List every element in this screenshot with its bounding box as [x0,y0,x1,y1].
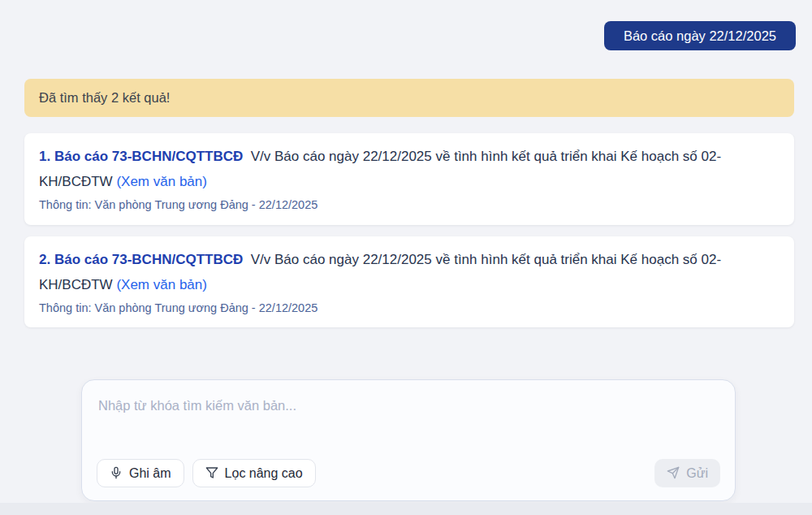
composer-left-actions: Ghi âm Lọc nâng cao [97,459,316,487]
result-meta: Thông tin: Văn phòng Trung ương Đảng - 2… [39,300,780,318]
result-title: 1. Báo cáo 73-BCHN/CQTTBCĐ [39,149,243,164]
result-meta: Thông tin: Văn phòng Trung ương Đảng - 2… [39,197,780,214]
report-date-button[interactable]: Báo cáo ngày 22/12/2025 [604,21,796,50]
results-list: 1. Báo cáo 73-BCHN/CQTTBCĐ V/v Báo cáo n… [24,133,794,327]
result-card: 2. Báo cáo 73-BCHN/CQTTBCĐ V/v Báo cáo n… [24,236,794,328]
result-text: 2. Báo cáo 73-BCHN/CQTTBCĐ V/v Báo cáo n… [39,248,780,298]
footer-strip [0,503,812,515]
view-document-link[interactable]: (Xem văn bản) [116,277,207,292]
advanced-filter-button[interactable]: Lọc nâng cao [192,459,316,487]
record-button-label: Ghi âm [129,465,171,481]
filter-icon [205,466,218,479]
search-composer: Ghi âm Lọc nâng cao Gửi [81,379,736,501]
filter-button-label: Lọc nâng cao [225,465,303,481]
view-document-link[interactable]: (Xem văn bản) [116,174,207,189]
send-icon [667,466,680,479]
alert-message: Đã tìm thấy 2 kết quả! [39,90,170,105]
send-button-label: Gửi [686,465,708,481]
send-button[interactable]: Gửi [654,459,720,487]
results-alert: Đã tìm thấy 2 kết quả! [24,79,794,117]
search-input[interactable] [82,380,735,459]
microphone-icon [110,466,123,479]
result-title: 2. Báo cáo 73-BCHN/CQTTBCĐ [39,252,243,267]
result-text: 1. Báo cáo 73-BCHN/CQTTBCĐ V/v Báo cáo n… [39,145,780,195]
header: Báo cáo ngày 22/12/2025 [0,0,812,50]
record-button[interactable]: Ghi âm [97,459,184,487]
result-card: 1. Báo cáo 73-BCHN/CQTTBCĐ V/v Báo cáo n… [24,133,794,225]
composer-actions: Ghi âm Lọc nâng cao Gửi [82,459,735,500]
